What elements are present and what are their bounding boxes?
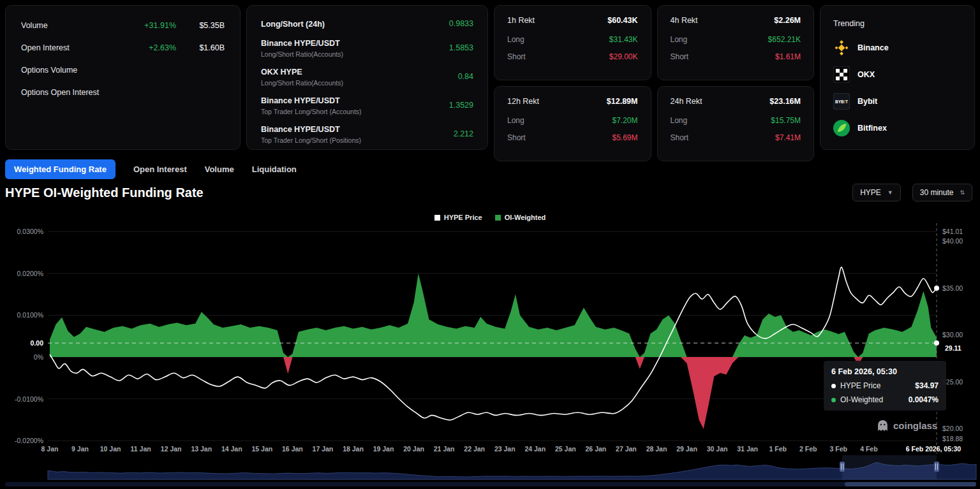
trending-item-label: Bybit xyxy=(858,97,877,106)
trending-item-label: Bitfinex xyxy=(858,124,887,133)
rekt-card-header: 1h Rekt$60.43K xyxy=(507,16,638,25)
interval-select[interactable]: 30 minute ⇅ xyxy=(912,184,972,201)
bitfinex-icon xyxy=(833,120,850,136)
legend-item-oi-weighted[interactable]: OI-Weighted xyxy=(495,214,546,221)
binance-icon xyxy=(833,40,850,56)
ratio-row: Binance HYPE/USDTTop Trader Long/Short (… xyxy=(261,123,473,144)
rekt-period-label: 12h Rekt xyxy=(507,97,539,106)
ratio-value: 0.84 xyxy=(458,72,473,81)
trending-item-label: OKX xyxy=(858,70,875,79)
rekt-card-24h: 24h Rekt$23.16MLong$15.75MShort$7.41M xyxy=(657,86,815,161)
tab-open-interest[interactable]: Open Interest xyxy=(133,164,187,174)
trending-item-bybit[interactable]: BYB!TBybit xyxy=(833,93,961,110)
trending-item-bitfinex[interactable]: Bitfinex xyxy=(833,120,961,136)
tab-weighted-funding-rate[interactable]: Weighted Funding Rate xyxy=(5,159,115,179)
ratio-title: OKX HYPE xyxy=(261,68,302,77)
rekt-short-label: Short xyxy=(671,133,689,142)
market-stat-change: +2.63% xyxy=(135,43,176,52)
rekt-period-label: 24h Rekt xyxy=(671,97,702,106)
rekt-long-value: $7.20M xyxy=(612,116,637,125)
navigator-selection[interactable] xyxy=(842,455,937,479)
navigator-handle[interactable] xyxy=(840,462,845,472)
market-stat-label: Options Volume xyxy=(21,66,135,75)
rekt-long-value: $31.43K xyxy=(609,35,638,44)
ratio-title: Binance HYPE/USDT xyxy=(261,39,340,48)
legend-item-hype-price[interactable]: HYPE Price xyxy=(434,214,482,221)
rekt-total-value: $23.16M xyxy=(769,97,801,106)
chart-legend: HYPE PriceOI-Weighted xyxy=(0,214,980,221)
rekt-card-12h: 12h Rekt$12.89MLong$7.20MShort$5.69M xyxy=(494,86,651,161)
chart-tabs: Weighted Funding RateOpen InterestVolume… xyxy=(5,159,297,179)
navigator-handle[interactable] xyxy=(934,462,939,472)
chevron-down-icon: ▼ xyxy=(887,189,893,196)
market-stat-label: Open Interest xyxy=(21,43,135,52)
rekt-long-label: Long xyxy=(671,35,688,44)
rekt-card-header: 12h Rekt$12.89M xyxy=(507,97,638,106)
rekt-short-label: Short xyxy=(507,52,526,61)
ratio-title: Binance HYPE/USDT xyxy=(261,96,340,105)
rekt-short-row: Short$7.41M xyxy=(671,133,801,142)
market-stats-card: Volume+31.91%$5.35BOpen Interest+2.63%$1… xyxy=(5,5,241,150)
trending-title: Trending xyxy=(833,19,961,28)
legend-swatch xyxy=(434,215,440,221)
rekt-short-label: Short xyxy=(507,133,526,142)
market-stat-label: Volume xyxy=(21,21,135,30)
ratio-value: 2.212 xyxy=(454,129,473,138)
ratio-row: OKX HYPELong/Short Ratio(Accounts)0.84 xyxy=(261,66,473,87)
market-stat-row: Volume+31.91%$5.35B xyxy=(21,21,225,30)
tooltip-series-value: $34.97 xyxy=(915,381,939,390)
tooltip-series-label: HYPE Price xyxy=(840,381,915,390)
bybit-icon: BYB!T xyxy=(833,93,850,110)
tooltip-row: HYPE Price$34.97 xyxy=(831,381,939,390)
market-stat-value: $1.60B xyxy=(188,43,225,52)
page-title: HYPE OI-Weighted Funding Rate xyxy=(5,186,204,200)
ratio-text: Long/Short (24h) xyxy=(261,18,325,29)
market-stat-row: Open Interest+2.63%$1.60B xyxy=(21,43,225,52)
rekt-short-value: $7.41M xyxy=(775,133,801,142)
rekt-long-label: Long xyxy=(507,35,524,44)
trending-item-label: Binance xyxy=(858,43,889,52)
rekt-short-value: $1.61M xyxy=(775,52,801,61)
rekt-total-value: $60.43K xyxy=(607,16,637,25)
tooltip-series-dot xyxy=(831,398,836,402)
ratio-value: 0.9833 xyxy=(449,19,473,28)
long-short-ratios-card: Long/Short (24h)0.9833Binance HYPE/USDTL… xyxy=(246,5,488,150)
symbol-select[interactable]: HYPE ▼ xyxy=(852,184,901,201)
rekt-short-row: Short$29.00K xyxy=(507,52,638,61)
trending-item-okx[interactable]: OKX xyxy=(833,66,961,83)
trending-card: Trending BinanceOKXBYB!TBybitBitfinex xyxy=(820,5,975,150)
ratio-row: Binance HYPE/USDTLong/Short Ratio(Accoun… xyxy=(261,37,473,58)
rekt-card-4h: 4h Rekt$2.26MLong$652.21KShort$1.61M xyxy=(657,5,815,80)
rekt-card-header: 4h Rekt$2.26M xyxy=(671,16,801,25)
okx-icon xyxy=(833,66,850,83)
ratio-subtitle: Top Trader Long/Short (Positions) xyxy=(261,136,361,144)
tooltip-title: 6 Feb 2026, 05:30 xyxy=(831,367,939,376)
market-stat-row: Options Volume xyxy=(21,66,225,75)
ratio-text: Binance HYPE/USDTTop Trader Long/Short (… xyxy=(261,94,362,115)
tooltip-row: OI-Weighted0.0047% xyxy=(831,395,939,404)
ratio-subtitle: Top Trader Long/Short (Accounts) xyxy=(261,108,362,115)
rekt-long-row: Long$652.21K xyxy=(671,35,801,44)
ratio-value: 1.3529 xyxy=(449,101,473,110)
tooltip-series-dot xyxy=(831,384,836,388)
ratio-row: Long/Short (24h)0.9833 xyxy=(261,18,473,29)
svg-text:BYB!T: BYB!T xyxy=(835,99,848,104)
rekt-short-row: Short$5.69M xyxy=(507,133,638,142)
rekt-card-header: 24h Rekt$23.16M xyxy=(671,97,801,106)
rekt-total-value: $2.26M xyxy=(774,16,801,25)
scrollbar-thumb[interactable] xyxy=(845,482,976,486)
rekt-short-value: $29.00K xyxy=(609,52,638,61)
stats-cards-row: Volume+31.91%$5.35BOpen Interest+2.63%$1… xyxy=(5,5,975,150)
coinglass-dashboard: 0.0300%0.0200%0.0100%0%-0.0100%-0.0200%0… xyxy=(0,0,980,489)
rekt-long-label: Long xyxy=(507,116,524,125)
rekt-short-label: Short xyxy=(671,52,689,61)
ratio-title: Binance HYPE/USDT xyxy=(261,125,340,134)
chart-controls: HYPE ▼ 30 minute ⇅ xyxy=(852,184,972,201)
tab-volume[interactable]: Volume xyxy=(205,164,234,174)
legend-swatch xyxy=(495,215,501,221)
rekt-total-value: $12.89M xyxy=(607,97,638,106)
rekt-short-value: $5.69M xyxy=(612,133,637,142)
tab-liquidation[interactable]: Liquidation xyxy=(252,164,297,174)
chart-header: HYPE OI-Weighted Funding Rate HYPE ▼ 30 … xyxy=(5,184,972,201)
trending-item-binance[interactable]: Binance xyxy=(833,40,961,56)
